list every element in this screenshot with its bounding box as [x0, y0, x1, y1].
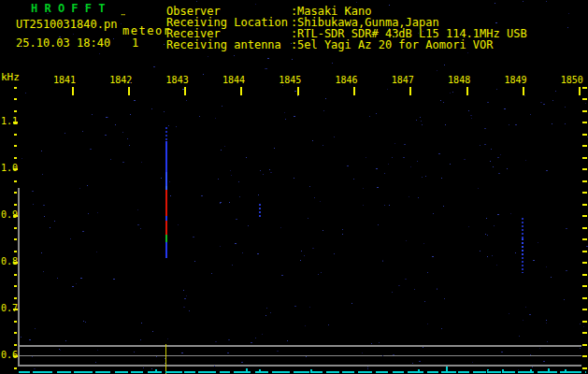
noise-dot [551, 277, 552, 278]
noise-dot [270, 312, 271, 313]
level-dash [473, 371, 486, 373]
noise-dot [267, 58, 269, 59]
noise-dot [423, 31, 423, 32]
level-dash [165, 371, 182, 373]
noise-dot [334, 137, 335, 137]
noise-dot [509, 313, 509, 314]
noise-dot [323, 110, 324, 111]
noise-dot [485, 234, 486, 235]
noise-dot [500, 154, 501, 155]
noise-dot [80, 278, 82, 279]
noise-dot [470, 115, 472, 116]
noise-dot [450, 164, 451, 165]
time-tick-label: 1843 [166, 76, 189, 85]
freq-tick-right [582, 134, 587, 136]
noise-dot [392, 292, 393, 293]
noise-dot [251, 342, 252, 343]
level-dash [458, 371, 469, 373]
freq-tick [14, 321, 17, 323]
noise-dot [314, 197, 315, 198]
noise-dot [309, 186, 310, 187]
noise-dot [525, 160, 526, 161]
noise-dot [141, 323, 142, 324]
noise-dot [183, 307, 185, 308]
noise-dot [494, 225, 495, 226]
noise-dot [246, 157, 247, 158]
noise-dot [437, 289, 437, 290]
noise-dot [487, 256, 488, 257]
noise-dot [234, 55, 235, 56]
noise-dot [342, 229, 343, 230]
noise-dot [220, 202, 222, 203]
noise-dot [546, 323, 547, 324]
time-tick-label: 1847 [392, 76, 414, 85]
noise-dot [323, 145, 323, 146]
noise-dot [409, 196, 409, 197]
noise-dot [555, 91, 556, 92]
level-dash [115, 371, 128, 373]
time-tick [240, 87, 242, 95]
freq-tick [14, 297, 17, 299]
freq-tick [14, 204, 17, 206]
noise-dot [65, 340, 66, 341]
noise-dot [493, 166, 494, 167]
freq-tick-right [582, 192, 587, 194]
noise-dot [95, 362, 96, 363]
noise-dot [122, 132, 123, 133]
time-tick [579, 87, 581, 95]
noise-dot [484, 128, 486, 129]
freq-tick-right [582, 321, 587, 323]
noise-dot [32, 191, 34, 192]
noise-dot [153, 66, 155, 67]
noise-dot [552, 100, 553, 101]
noise-dot [539, 348, 540, 349]
noise-dot [82, 131, 83, 132]
freq-tick [14, 157, 17, 159]
noise-dot [438, 153, 440, 154]
noise-dot [566, 228, 567, 229]
noise-dot [137, 209, 138, 210]
noise-dot [196, 1, 197, 2]
noise-dot [306, 356, 307, 357]
noise-dot [444, 65, 445, 65]
noise-dot [165, 358, 165, 359]
noise-dot [113, 279, 115, 280]
noise-dot [262, 334, 263, 335]
noise-dot [242, 252, 243, 253]
level-dash [74, 371, 93, 373]
noise-dot [321, 272, 322, 273]
freq-tick [14, 227, 17, 229]
freq-tick-right [582, 344, 587, 346]
meteor-echo-faint-2-segment [522, 257, 523, 273]
plot-left-border [18, 188, 20, 366]
noise-dot [325, 98, 326, 99]
noise-dot [230, 170, 231, 171]
time-tick [72, 87, 74, 95]
freq-tick [14, 134, 17, 136]
meteor-label: meteor [122, 25, 171, 36]
noise-dot [20, 46, 21, 47]
noise-dot [580, 324, 581, 324]
level-dash [234, 371, 251, 373]
meteor-echo-main-segment [165, 127, 167, 141]
level-dash [358, 371, 372, 373]
noise-dot [422, 177, 423, 178]
noise-dot [543, 361, 545, 362]
freq-tick-right [582, 274, 587, 276]
noise-dot [507, 168, 508, 169]
noise-dot [406, 240, 407, 241]
noise-dot [193, 237, 194, 237]
time-tick-label: 1850 [561, 76, 583, 85]
noise-dot [566, 270, 567, 271]
noise-dot [151, 368, 152, 369]
noise-dot [471, 118, 472, 119]
noise-dot [498, 173, 500, 174]
time-tick-label: 1849 [504, 76, 526, 85]
noise-dot [79, 188, 80, 189]
noise-dot [294, 306, 296, 307]
level-spike [155, 369, 157, 373]
noise-dot [140, 339, 141, 340]
noise-dot [21, 337, 22, 338]
freq-tick-right [582, 355, 587, 357]
noise-dot [141, 162, 142, 163]
